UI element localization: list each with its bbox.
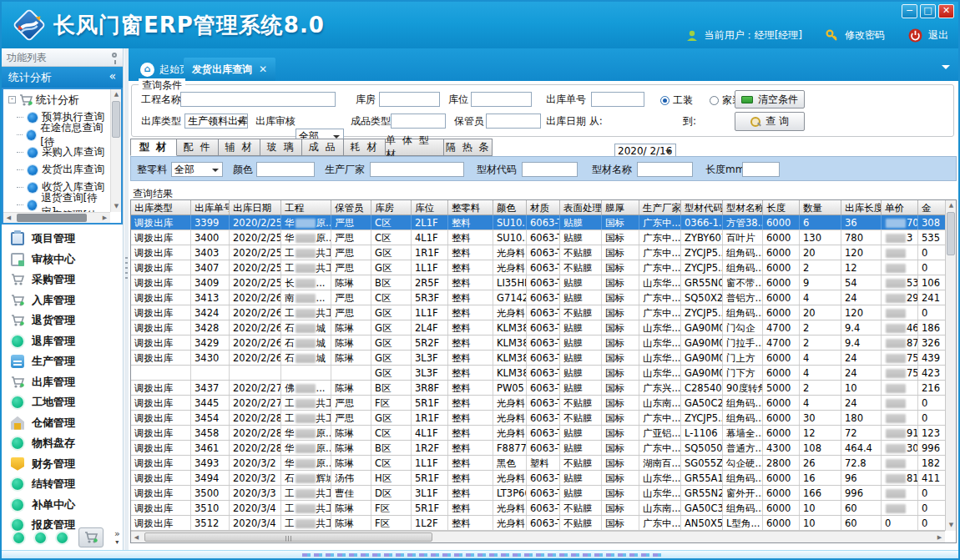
tree-item[interactable]: 发货出库查询 — [3, 161, 110, 179]
location-input[interactable] — [471, 92, 532, 107]
tree-vertical-scrollbar[interactable]: ▲ ▼ — [110, 89, 121, 212]
scrollbar-thumb[interactable] — [144, 532, 432, 542]
table-row[interactable]: 调拨出库34132020/2/26南...严思C区5R3F整料G71422606… — [131, 290, 945, 305]
profile-name-input[interactable] — [637, 162, 693, 177]
material-tab-型材[interactable]: 型 材 — [130, 139, 177, 156]
scroll-down-icon[interactable]: ▼ — [946, 520, 957, 531]
table-row[interactable]: 调拨出库35122020/3/4工共工程陈琳F区1L2F整料光身料6063-T5… — [131, 516, 945, 531]
manufacturer-input[interactable] — [370, 162, 464, 177]
sidebar-section-header[interactable]: 统计分析 « — [2, 67, 123, 88]
change-password-link[interactable]: 修改密码 — [845, 28, 885, 43]
column-header-颜色[interactable]: 颜色 — [493, 200, 527, 214]
scroll-right-icon[interactable]: ▶ — [934, 532, 945, 543]
module-dot-icon[interactable] — [35, 532, 46, 543]
column-header-长度[interactable]: 长度 — [763, 200, 800, 214]
sidebar-item-结转管理[interactable]: 结转管理 — [2, 474, 123, 495]
table-row[interactable]: 调拨出库34932020/3/2华原...陈琳C区1L1F整料黑色塑料不贴膜国标… — [131, 456, 945, 471]
warehouse-input[interactable] — [379, 92, 440, 107]
tab-close-icon[interactable]: ✕ — [259, 63, 267, 75]
table-row[interactable]: 调拨出库34092020/2/25长...陈琳B区2R5F整料LI35HD606… — [131, 275, 945, 290]
sidebar-item-补单中心[interactable]: 补单中心 — [2, 495, 123, 516]
column-header-库房[interactable]: 库房 — [371, 200, 412, 214]
collapse-icon[interactable]: « — [109, 69, 116, 83]
column-header-出库类型[interactable]: 出库类型 — [131, 200, 191, 214]
minimize-button[interactable]: ─ — [902, 4, 917, 18]
column-header-单价[interactable]: 单价 — [882, 200, 918, 214]
table-row[interactable]: 调拨出库34372020/2/27佛...陈琳B区3R8F整料PW056063-… — [131, 381, 945, 396]
table-row[interactable]: 调拨出库34292020/2/26石城陈琳G区5R2F整料KLM38176063… — [131, 335, 945, 351]
search-button[interactable]: 查 询 — [735, 112, 805, 131]
scrollbar-thumb[interactable] — [112, 101, 120, 138]
project-name-input[interactable] — [180, 92, 336, 107]
column-header-出库日期[interactable]: 出库日期 — [230, 200, 281, 214]
material-tab-单体型材[interactable]: 单 体 型 材 — [386, 139, 444, 156]
column-header-出库长度[interactable]: 出库长度 — [841, 200, 882, 214]
more-modules-button[interactable]: »▾ — [114, 530, 120, 546]
sidebar-item-财务管理[interactable]: 财务管理 — [2, 454, 123, 475]
maximize-button[interactable]: □ — [920, 4, 936, 18]
sidebar-item-生产管理[interactable]: 生产管理 — [2, 351, 123, 372]
table-horizontal-scrollbar[interactable]: ◀ ▶ — [131, 531, 945, 542]
scroll-left-icon[interactable]: ◀ — [131, 532, 142, 543]
column-header-膜厚[interactable]: 膜厚 — [602, 200, 639, 214]
tree-horizontal-scrollbar[interactable]: ◀ ▶ — [3, 212, 110, 223]
order-no-input[interactable] — [591, 92, 644, 107]
column-header-保管员[interactable]: 保管员 — [331, 200, 371, 214]
table-row[interactable]: 调拨出库34282020/2/26石城陈琳G区2L4F整料KLM38176063… — [131, 320, 945, 335]
scroll-up-icon[interactable]: ▲ — [946, 200, 957, 211]
table-vertical-scrollbar[interactable]: ▲ ▼ — [945, 200, 956, 531]
profile-code-input[interactable] — [522, 162, 578, 177]
sidebar-item-出库管理[interactable]: 出库管理 — [2, 372, 123, 393]
sidebar-item-工地管理[interactable]: 工地管理 — [2, 392, 123, 413]
scroll-right-icon[interactable]: ▶ — [99, 213, 110, 224]
product-type-input[interactable] — [391, 114, 446, 129]
tree-item[interactable]: 采购入库查询 — [3, 144, 110, 161]
table-row[interactable]: 调拨出库34542020/2/28工共工程严思G区1R1F整料光身料6063-T… — [131, 411, 945, 426]
scroll-down-icon[interactable]: ▼ — [111, 201, 122, 212]
sidebar-item-退货管理[interactable]: 退货管理 — [2, 310, 123, 331]
color-input[interactable] — [256, 162, 315, 177]
table-row[interactable]: G区3L3F整料KLM38176063-T5贴膜国标山东华...GA90M09.… — [131, 366, 945, 381]
column-header-表面处理[interactable]: 表面处理 — [560, 200, 602, 214]
sidebar-item-仓储管理[interactable]: 仓储管理 — [2, 413, 123, 434]
scroll-left-icon[interactable]: ◀ — [3, 213, 14, 224]
module-dot-icon[interactable] — [13, 532, 24, 543]
sidebar-item-审核中心[interactable]: 审核中心 — [2, 250, 123, 270]
sidebar-item-退库管理[interactable]: 退库管理 — [2, 331, 123, 352]
table-row[interactable]: 调拨出库34942020/3/2石辉城汤伟H区5R1F整料光身料6063-T5贴… — [131, 471, 945, 486]
table-row[interactable]: 调拨出库34452020/2/27工共工程严思F区5R1F整料光身料6063-T… — [131, 396, 945, 411]
logout-link[interactable]: 退出 — [928, 28, 948, 43]
column-header-材质[interactable]: 材质 — [527, 200, 560, 214]
material-tab-配件[interactable]: 配 件 — [177, 139, 219, 156]
length-input[interactable] — [742, 162, 780, 177]
pin-icon[interactable] — [112, 53, 117, 58]
material-tab-耗材[interactable]: 耗 材 — [344, 139, 386, 156]
table-row[interactable]: 调拨出库33992020/2/25华原...严思C区2L1F整料SU10...6… — [131, 215, 945, 230]
tree-expander-icon[interactable]: - — [8, 96, 16, 103]
column-header-数量[interactable]: 数量 — [800, 200, 841, 214]
scrollbar-thumb[interactable] — [17, 214, 87, 222]
table-row[interactable]: 调拨出库34032020/2/25工共工程严思G区1R1F整料光身料6063-T… — [131, 245, 945, 260]
module-cart-button[interactable] — [78, 527, 104, 547]
table-row[interactable]: 调拨出库34002020/2/25华原...严思C区4L1F整料SU10...6… — [131, 230, 945, 245]
close-button[interactable]: ✕ — [938, 4, 954, 18]
column-header-工程[interactable]: 工程 — [281, 200, 331, 214]
sidebar-item-项目管理[interactable]: 项目管理 — [2, 229, 123, 250]
clear-conditions-button[interactable]: 清空条件 — [735, 90, 805, 108]
sidebar-item-入库管理[interactable]: 入库管理 — [2, 290, 123, 311]
outbound-type-select[interactable]: 生产领料出库 — [184, 114, 248, 129]
table-row[interactable]: 调拨出库35102020/3/4工共工程陈琳F区5R1F整料光身料6063-T5… — [131, 501, 945, 516]
column-header-型材名称[interactable]: 型材名称 — [723, 200, 763, 214]
tree-item[interactable]: 在途信息查询[待 — [3, 126, 110, 144]
material-tab-玻璃[interactable]: 玻 璃 — [260, 139, 302, 156]
whole-part-select[interactable]: 全部 — [171, 162, 223, 177]
column-header-生产厂家[interactable]: 生产厂家 — [639, 200, 681, 214]
scrollbar-thumb[interactable] — [947, 212, 955, 255]
tab-shipment-outbound-query[interactable]: 发货出库查询 ✕ — [184, 58, 275, 81]
table-row[interactable]: 调拨出库35002020/3/3工共工程曹佳D区3L1F整料LT3P606063… — [131, 486, 945, 501]
radio-gongzhuang[interactable]: 工装 — [660, 93, 693, 108]
column-header-型材代码[interactable]: 型材代码 — [681, 200, 723, 214]
table-row[interactable]: 调拨出库34072020/2/25工共工程严思G区1L1F整料光身料6063-T… — [131, 260, 945, 275]
table-row[interactable]: 调拨出库34582020/2/28华原...陈琳C区4L1F整料光身料6063-… — [131, 426, 945, 441]
tree-root-statistics[interactable]: - 统计分析 — [3, 91, 110, 108]
